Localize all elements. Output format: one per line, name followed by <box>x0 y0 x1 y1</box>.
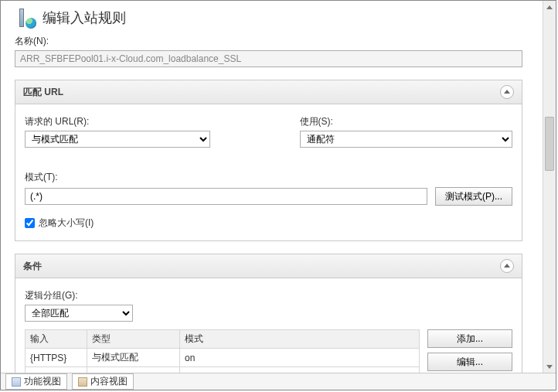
rule-icon <box>15 7 36 29</box>
pattern-input[interactable] <box>25 188 427 205</box>
ignore-case-checkbox[interactable] <box>25 218 35 228</box>
content-view-icon <box>78 377 87 387</box>
table-row[interactable] <box>26 367 420 373</box>
conditions-collapse-button[interactable] <box>500 259 514 273</box>
conditions-panel: 条件 逻辑分组(G): 全部匹配 输入 <box>15 254 522 373</box>
col-pattern: 模式 <box>180 330 420 349</box>
match-url-header: 匹配 URL <box>15 80 522 104</box>
edit-condition-button[interactable]: 编辑... <box>427 353 512 371</box>
logic-group-select[interactable]: 全部匹配 <box>25 305 133 322</box>
cell-input: {HTTPS} <box>26 349 87 367</box>
feature-view-label: 功能视图 <box>24 375 61 388</box>
page-title: 编辑入站规则 <box>43 9 126 27</box>
requested-url-label: 请求的 URL(R): <box>25 115 238 128</box>
triangle-up-icon <box>546 5 553 9</box>
col-type: 类型 <box>87 330 180 349</box>
vertical-scrollbar[interactable] <box>543 1 556 373</box>
requested-url-select[interactable]: 与模式匹配 <box>25 131 210 148</box>
triangle-down-icon <box>546 365 553 369</box>
using-label: 使用(S): <box>300 115 513 128</box>
conditions-header: 条件 <box>15 254 522 278</box>
col-input: 输入 <box>26 330 87 349</box>
scrollbar-thumb[interactable] <box>545 117 554 171</box>
cell-pattern: on <box>180 349 420 367</box>
cell-type: 与模式匹配 <box>87 349 180 367</box>
content-view-tab[interactable]: 内容视图 <box>72 373 134 390</box>
ignore-case-label: 忽略大小写(I) <box>39 216 94 230</box>
chevron-up-icon <box>504 264 510 268</box>
match-url-panel: 匹配 URL 请求的 URL(R): 与模式匹配 使用(S): <box>15 80 522 241</box>
name-input <box>15 50 522 67</box>
footer-bar: 功能视图 内容视图 <box>1 373 556 390</box>
match-url-collapse-button[interactable] <box>500 85 514 99</box>
test-pattern-button[interactable]: 测试模式(P)... <box>435 187 512 206</box>
conditions-title: 条件 <box>23 260 42 273</box>
name-label: 名称(N): <box>15 35 522 48</box>
feature-view-tab[interactable]: 功能视图 <box>5 373 67 390</box>
conditions-table: 输入 类型 模式 {HTTPS} 与模式匹配 on <box>25 329 420 373</box>
pattern-label: 模式(T): <box>25 171 512 184</box>
add-condition-button[interactable]: 添加... <box>427 329 512 348</box>
using-select[interactable]: 通配符 <box>300 131 513 148</box>
table-row[interactable]: {HTTPS} 与模式匹配 on <box>26 349 420 367</box>
feature-view-icon <box>12 377 21 387</box>
logic-group-label: 逻辑分组(G): <box>25 289 512 302</box>
scroll-up-button[interactable] <box>543 1 556 13</box>
chevron-up-icon <box>504 90 510 94</box>
page-header: 编辑入站规则 <box>15 7 522 29</box>
content-view-label: 内容视图 <box>90 375 128 388</box>
scroll-down-button[interactable] <box>543 360 556 373</box>
match-url-title: 匹配 URL <box>23 86 63 99</box>
